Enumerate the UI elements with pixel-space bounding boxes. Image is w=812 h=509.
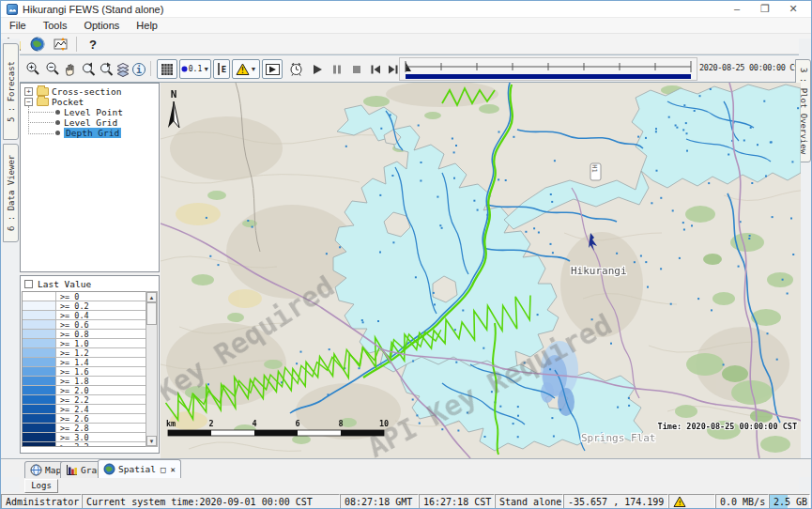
- svg-text:8: 8: [338, 419, 343, 428]
- maximize-button[interactable]: ❐: [751, 1, 779, 17]
- legend-value: >= 0.4: [60, 311, 89, 320]
- layer-tree: + Cross-section − Pocket Level Point Lev…: [20, 83, 160, 272]
- profile-display-icon[interactable]: [52, 36, 70, 53]
- tree-item-cross-section[interactable]: Cross-section: [52, 86, 121, 97]
- legend-swatch: [23, 311, 56, 319]
- legend-row[interactable]: >= 3.2: [23, 442, 146, 447]
- map-view[interactable]: H1 API Key Required API Key Required Hik…: [161, 83, 801, 458]
- tab-close-icon[interactable]: ✕: [170, 465, 175, 474]
- legend-row[interactable]: >= 0.2: [23, 301, 146, 311]
- stop-button[interactable]: [347, 59, 366, 79]
- place-label: Springs Flat: [581, 432, 655, 444]
- legend-row[interactable]: >= 2.0: [23, 386, 146, 395]
- scroll-up-icon[interactable]: ▲: [146, 292, 157, 302]
- timeline-slider[interactable]: [399, 57, 697, 81]
- legend-row[interactable]: >= 1.2: [23, 348, 146, 358]
- close-button[interactable]: ✕: [779, 1, 807, 17]
- tree-item-level-point[interactable]: Level Point: [64, 107, 123, 117]
- legend-value: >= 1.8: [60, 377, 89, 386]
- legend-value: >= 0.2: [60, 301, 89, 311]
- legend-value: >= 3.0: [60, 433, 89, 442]
- spatial-display-icon[interactable]: [28, 36, 47, 53]
- menu-tools[interactable]: Tools: [35, 20, 76, 31]
- legend-row[interactable]: >= 1.4: [23, 358, 146, 367]
- help-button[interactable]: ?: [84, 36, 102, 53]
- tab-restore-icon[interactable]: □: [161, 465, 165, 474]
- timeline-datetime: 2020-08-25 00:00:00 CST: [699, 63, 804, 72]
- svg-text:10: 10: [379, 419, 389, 428]
- legend-scrollbar[interactable]: ▲ ▼: [146, 291, 158, 447]
- legend-swatch: [23, 330, 56, 338]
- contour-threshold-dropdown[interactable]: 0.1 ▼: [179, 59, 211, 79]
- title-bar[interactable]: Hikurangi FEWS (Stand alone) – ❐ ✕: [1, 1, 811, 18]
- skip-start-button[interactable]: [366, 59, 385, 79]
- play-button[interactable]: [308, 59, 327, 79]
- pan-hand-icon[interactable]: [61, 59, 80, 79]
- animation-timer-icon[interactable]: [286, 59, 305, 79]
- menu-options[interactable]: Options: [75, 20, 128, 31]
- tree-item-depth-grid-selected[interactable]: Depth Grid: [64, 128, 121, 138]
- legend-row[interactable]: >= 2.2: [23, 395, 146, 405]
- scroll-down-icon[interactable]: ▼: [146, 436, 157, 446]
- pause-button[interactable]: [328, 59, 346, 79]
- svg-text:i: i: [136, 64, 142, 74]
- main-toolbar: ?: [1, 34, 811, 54]
- scrollbar-thumb[interactable]: [146, 302, 157, 325]
- svg-text:!: !: [240, 67, 245, 75]
- legend-row[interactable]: >= 1.0: [23, 339, 146, 348]
- legend-title: Last Value: [38, 279, 91, 289]
- legend-value: >= 0.8: [60, 330, 89, 339]
- threshold-value: 0.1: [189, 65, 202, 73]
- legend-row[interactable]: >= 3.0: [23, 433, 146, 442]
- tree-row-depth-grid[interactable]: Depth Grid: [21, 128, 159, 138]
- bar-chart-icon: [66, 464, 78, 476]
- movie-player-button[interactable]: [262, 59, 283, 79]
- svg-text:!: !: [678, 500, 682, 507]
- logs-button[interactable]: Logs: [24, 479, 58, 493]
- tree-row-level-grid[interactable]: Level Grid: [21, 117, 159, 128]
- legend-swatch: [23, 301, 56, 310]
- minimize-button[interactable]: –: [723, 1, 751, 17]
- legend-row[interactable]: >= 0.4: [23, 311, 146, 320]
- legend-swatch: [23, 320, 56, 329]
- elevation-button[interactable]: E: [213, 59, 230, 79]
- zoom-previous-icon[interactable]: [79, 59, 98, 79]
- road-shield: H1: [590, 163, 602, 180]
- tree-item-pocket[interactable]: Pocket: [52, 97, 84, 107]
- status-warning-cell[interactable]: !: [668, 494, 715, 509]
- legend-row[interactable]: >= 2.6: [23, 414, 146, 424]
- menu-help[interactable]: Help: [128, 20, 166, 31]
- menu-file[interactable]: File: [1, 20, 35, 31]
- grid-display-button[interactable]: [157, 59, 177, 79]
- tree-row-level-point[interactable]: Level Point: [21, 107, 159, 117]
- legend-value: >= 0: [60, 292, 79, 301]
- tab-data-viewer[interactable]: 6 : Data Viewer: [3, 144, 19, 242]
- toolbar-separator: [76, 37, 77, 52]
- last-value-checkbox[interactable]: [24, 280, 33, 288]
- tab-forecast[interactable]: 5 : Forecast: [3, 43, 19, 140]
- collapse-icon[interactable]: −: [24, 98, 33, 106]
- tree-item-level-grid[interactable]: Level Grid: [64, 117, 117, 128]
- legend-row[interactable]: >= 1.8: [23, 377, 146, 386]
- expand-icon[interactable]: +: [24, 87, 33, 96]
- legend-row[interactable]: >= 0: [23, 292, 146, 301]
- tree-row-pocket[interactable]: − Pocket: [21, 97, 159, 107]
- bottom-tab-bar: Map Graph Spatial □ ✕: [1, 458, 811, 477]
- zoom-out-icon[interactable]: [43, 59, 62, 79]
- legend-swatch: [23, 292, 56, 301]
- legend-value: >= 2.4: [60, 405, 89, 414]
- legend-row[interactable]: >= 1.6: [23, 367, 146, 377]
- legend-row[interactable]: >= 2.8: [23, 424, 146, 433]
- zoom-next-icon[interactable]: [97, 59, 115, 79]
- legend-row[interactable]: >= 0.6: [23, 320, 146, 330]
- window-title: Hikurangi FEWS (Stand alone): [23, 4, 163, 15]
- legend-row[interactable]: >= 0.8: [23, 330, 146, 339]
- legend-row[interactable]: >= 2.4: [23, 405, 146, 414]
- zoom-in-icon[interactable]: [23, 59, 42, 79]
- warning-dropdown[interactable]: ! ▼: [232, 59, 260, 79]
- info-icon[interactable]: i: [130, 59, 148, 79]
- elevation-label: E: [222, 65, 226, 74]
- warning-icon: !: [673, 496, 686, 508]
- folder-icon: [37, 98, 49, 106]
- tab-spatial[interactable]: Spatial □ ✕: [98, 459, 181, 478]
